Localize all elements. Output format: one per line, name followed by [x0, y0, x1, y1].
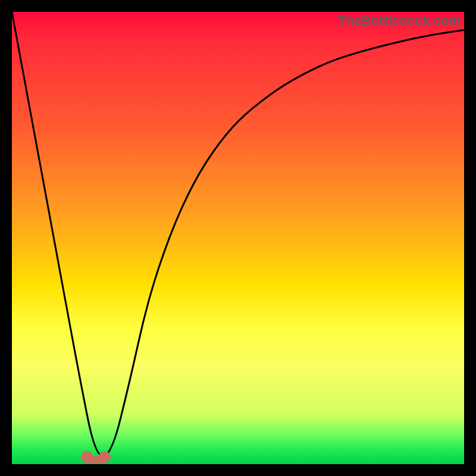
bottleneck-curve	[12, 12, 464, 456]
chart-frame: TheBottleneck.com	[0, 0, 476, 476]
curve-layer	[12, 12, 464, 464]
plot-area: TheBottleneck.com	[12, 12, 464, 464]
